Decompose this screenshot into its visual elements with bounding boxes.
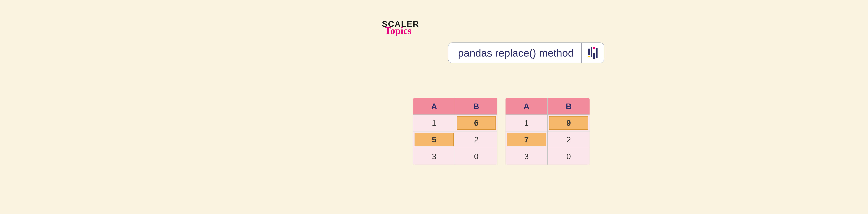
table-row: 1 6 bbox=[413, 115, 497, 131]
pandas-icon-box bbox=[581, 43, 604, 63]
cell-highlighted: 5 bbox=[413, 131, 455, 148]
cell: 3 bbox=[505, 148, 548, 165]
cell: 3 bbox=[413, 148, 455, 165]
dataframe-before: A B 1 6 5 2 3 0 bbox=[413, 98, 497, 165]
table-row: 5 2 bbox=[413, 131, 497, 148]
table-row: 1 9 bbox=[505, 115, 590, 131]
cell: 2 bbox=[548, 131, 590, 148]
cell: 0 bbox=[455, 148, 497, 165]
title-text: pandas replace() method bbox=[448, 43, 581, 63]
col-header-a: A bbox=[413, 98, 455, 115]
cell-highlighted: 6 bbox=[455, 115, 497, 131]
logo-line2: Topics bbox=[385, 27, 411, 35]
table-row: 3 0 bbox=[413, 148, 497, 165]
cell: 0 bbox=[548, 148, 590, 165]
col-header-b: B bbox=[455, 98, 497, 115]
scaler-topics-logo: SCALER Topics bbox=[382, 20, 419, 35]
table-row: 3 0 bbox=[505, 148, 590, 165]
tables-row: A B 1 6 5 2 3 0 bbox=[413, 98, 590, 165]
col-header-b: B bbox=[548, 98, 590, 115]
cell: 2 bbox=[455, 131, 497, 148]
dataframe-after: A B 1 9 7 2 3 0 bbox=[505, 98, 590, 165]
cell: 1 bbox=[505, 115, 548, 131]
cell: 1 bbox=[413, 115, 455, 131]
col-header-a: A bbox=[505, 98, 548, 115]
cell-highlighted: 7 bbox=[505, 131, 548, 148]
table-row: 7 2 bbox=[505, 131, 590, 148]
pandas-icon bbox=[588, 47, 597, 59]
title-pill: pandas replace() method bbox=[448, 42, 604, 63]
cell-highlighted: 9 bbox=[548, 115, 590, 131]
